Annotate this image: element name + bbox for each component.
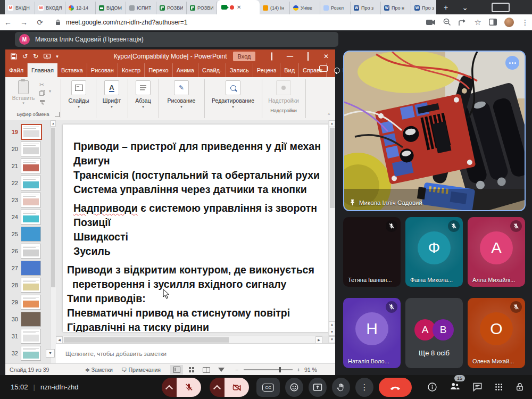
browser-tab[interactable]: ІСПИТ [126,2,156,14]
thumbnail-row[interactable]: 29 [5,294,56,311]
host-controls-lock-icon[interactable] [515,382,525,392]
quick-access-chevron-icon[interactable]: ▾ [56,53,59,60]
tab-animations[interactable]: Анима [173,63,198,77]
browser-tab[interactable]: MВХОДЯ [35,2,65,14]
slide-19[interactable]: Приводи – пристрої для приведення у дії … [63,124,329,332]
participant-tile[interactable]: Н Наталія Воло... [343,298,401,368]
editing-button[interactable]: Редактирование▾ [207,80,259,109]
tab-draw[interactable]: Рисован [87,63,118,77]
collapse-ribbon-icon[interactable]: ⌃ [327,113,331,118]
side-panel-icon[interactable] [489,19,497,26]
activities-grid-icon[interactable] [494,383,503,392]
zoom-percent[interactable]: 91 % [304,364,317,376]
slideshow-button[interactable] [215,365,228,375]
tab-home[interactable]: Главная [28,63,57,77]
browser-tab[interactable]: (14) Ін [260,2,290,14]
tab-record[interactable]: Запись [226,63,253,77]
profile-avatar[interactable] [504,18,514,27]
thumbnail-row[interactable]: 31 [5,328,56,345]
tab-view[interactable]: Вид [280,63,299,77]
forward-button[interactable]: → [16,18,32,27]
ribbon-display-options-icon[interactable] [263,49,281,63]
tab-close-icon[interactable]: ✕ [237,5,241,10]
camera-toggle-button[interactable] [225,378,249,397]
paste-dropdown-chevron-icon[interactable]: ▾ [49,89,51,94]
browser-tab[interactable]: WПро н [381,2,411,14]
zoom-out-icon[interactable] [443,18,451,26]
captions-button[interactable]: CC [256,378,280,397]
bookmark-star-icon[interactable]: ☆ [475,18,481,27]
undo-icon[interactable]: ↺ [22,53,28,60]
browser-tab[interactable]: Уніве [290,2,320,14]
notes-splitter-button[interactable]: ▼ [46,349,55,358]
tab-file[interactable]: Файл [5,63,28,77]
zoom-slider[interactable] [244,369,293,370]
redo-icon[interactable]: ↻ [33,53,38,60]
thumbnail-row[interactable]: 24 [5,209,56,226]
sign-in-button[interactable]: Вход [233,52,255,61]
more-options-button[interactable]: ⋮ [355,378,373,397]
vertical-scrollbar[interactable]: ▲ ▲ ▼ ▼ [328,120,335,343]
participant-tile[interactable]: А Алла Михайлі... [468,217,525,287]
browser-tab[interactable]: WПро з [351,2,381,14]
meeting-info-icon[interactable] [427,382,437,392]
tab-slideshow[interactable]: Слайд- [198,63,226,77]
end-call-button[interactable] [379,378,412,397]
thumbnail-row[interactable]: 22 [5,174,56,192]
participant-tile[interactable]: Тетяна Іванівн... [343,217,401,287]
camera-indicator-icon[interactable] [426,19,436,26]
thumbnail-row[interactable]: 28 [5,277,56,294]
browser-tab[interactable]: РОЗВИ [156,2,187,14]
font-button[interactable]: А Шрифт▾ [99,80,124,109]
minimize-button[interactable]: — [281,49,299,63]
tab-review[interactable]: Реценз [253,63,280,77]
browser-tab[interactable]: ВІДОМ [96,2,126,14]
tab-design[interactable]: Констр [118,63,145,77]
slide-sorter-button[interactable] [185,365,198,375]
thumbnail-scrollbar[interactable]: ▲ [50,120,56,363]
chat-icon[interactable] [472,382,483,392]
tab-transitions[interactable]: Перехо [145,63,173,77]
thumbnail-row[interactable]: 19 [5,123,56,140]
browser-tab[interactable]: РОЗВИ [187,2,217,14]
thumbnail-row[interactable]: 25 [5,226,56,243]
normal-view-button[interactable] [170,365,183,375]
comments-toggle[interactable]: 🗨 Примечания [121,364,161,376]
browser-tab[interactable]: 12-14 [65,2,96,14]
slides-button[interactable]: Слайды▾ [65,80,93,109]
maximize-button[interactable] [299,49,317,63]
thumbnail-row[interactable]: 30 [5,311,56,328]
thumbnail-row[interactable]: 21 [5,157,56,174]
participant-tile[interactable]: Ф Фаіна Микола... [405,217,463,287]
thumbnail-row[interactable]: 27 [5,260,56,277]
present-screen-button[interactable] [309,378,327,397]
participant-tile[interactable]: О Олена Михай... [468,298,525,368]
browser-tab[interactable]: Розкл [320,2,351,14]
reading-view-button[interactable] [200,365,213,375]
presenter-video-tile[interactable]: Микола Ілліч Садовий [343,51,526,211]
paragraph-button[interactable]: Абзац▾ [131,80,155,109]
notes-pane[interactable]: Щелкните, чтобы добавить заметки [56,343,335,364]
save-icon[interactable] [11,53,17,60]
share-icon[interactable] [459,19,467,26]
thumbnail-row[interactable]: 20 [5,140,56,157]
overflow-participants-tile[interactable]: А В Ще 8 осіб [405,298,463,368]
format-painter-icon[interactable] [39,99,45,105]
comments-bubble-icon[interactable] [319,65,328,72]
reload-button[interactable]: ⟳ [32,18,48,27]
tab-search-chevron-icon[interactable]: ⌄ [462,4,468,11]
back-button[interactable]: ← [0,18,16,27]
browser-menu-icon[interactable]: ⋮ [521,18,529,27]
browser-tab[interactable]: MВХІДН [5,2,35,14]
paste-button[interactable]: Вставить ▾ [12,80,35,105]
tile-options-icon[interactable] [505,56,519,70]
drawing-button[interactable]: ✎ Рисование▾ [162,80,201,109]
raise-hand-button[interactable] [332,378,350,397]
reactions-button[interactable] [285,378,303,397]
people-panel-button[interactable]: 15 [449,381,461,393]
mic-toggle-button[interactable] [177,378,201,397]
thumbnail-row[interactable]: 23 [5,192,56,209]
new-tab-button[interactable]: + [444,4,448,11]
cut-icon[interactable]: ✂ [39,81,44,88]
browser-tab-active-meet[interactable]: ✕ [217,0,260,14]
